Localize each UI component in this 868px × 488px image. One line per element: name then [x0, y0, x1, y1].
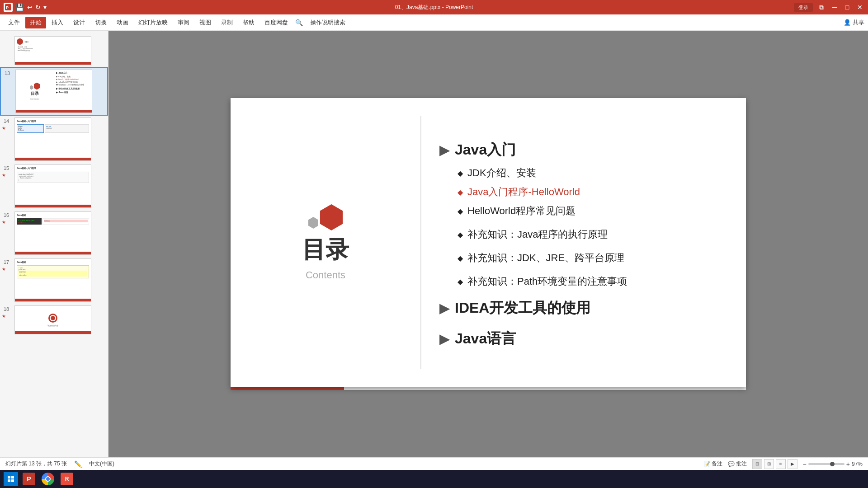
svg-rect-5	[11, 479, 14, 482]
menu-help[interactable]: 帮助	[238, 17, 259, 28]
bullet-text-5: 补充知识：JDK、JRE、跨平台原理	[467, 251, 624, 265]
menu-file[interactable]: 文件	[4, 17, 24, 28]
slide-canvas[interactable]: 目录 Contents ▶ Java入门 ◆ JDK介绍、安装 ◆	[231, 98, 746, 387]
quick-undo[interactable]: ↩	[27, 4, 33, 11]
menu-baidu[interactable]: 百度网盘	[260, 17, 292, 28]
comment-icon: 💬	[728, 461, 735, 467]
comments-button[interactable]: 💬 批注	[728, 460, 747, 468]
powerpoint-icon: P	[4, 3, 13, 12]
zoom-in-button[interactable]: +	[846, 460, 850, 468]
section-java-lang: ▶ Java语言	[439, 329, 728, 349]
title-bar-left: P 💾 ↩ ↻ ▾	[4, 3, 47, 12]
section-java-intro: ▶ Java入门	[439, 140, 728, 160]
slide-sorter-button[interactable]: ⊞	[764, 459, 774, 469]
svg-rect-2	[8, 476, 10, 479]
diamond-icon-6: ◆	[458, 277, 463, 286]
notes-button[interactable]: 📝 备注	[703, 460, 722, 468]
slide-num-18: 18	[4, 305, 12, 312]
diamond-icon-5: ◆	[458, 254, 463, 263]
bullet-text-4: 补充知识：Java程序的执行原理	[467, 228, 608, 241]
menu-slideshow[interactable]: 幻灯片放映	[134, 17, 172, 28]
taskbar-chrome[interactable]	[40, 471, 56, 487]
slide-thumb-12[interactable]: ●●● • Java设置、安装 • Java入门程序-HelloWorld • …	[0, 34, 108, 67]
language-indicator: 中文(中国)	[89, 460, 114, 468]
taskbar-powerpoint[interactable]: P	[21, 471, 37, 487]
svg-rect-3	[11, 476, 14, 479]
slide-thumb-14[interactable]: 14 ★ Java基础·入门程序 EclipseIntelliJNetBeans…	[0, 116, 108, 163]
person-icon: 👤	[844, 19, 851, 26]
title-bar-controls: 登录 ⧉ ─ □ ✕	[794, 3, 864, 12]
restore-button[interactable]: □	[843, 3, 852, 12]
progress-fill	[231, 387, 344, 390]
menu-search[interactable]: 操作说明搜索	[306, 17, 350, 28]
close-button[interactable]: ✕	[855, 3, 864, 12]
menu-view[interactable]: 视图	[195, 17, 216, 28]
logo-icon	[308, 204, 343, 230]
quick-redo[interactable]: ↻	[35, 4, 41, 11]
status-bar: 幻灯片第 13 张，共 75 张 ✏️ 中文(中国) 📝 备注 💬 批注 ⊟ ⊞…	[0, 457, 868, 470]
hex-small	[308, 217, 318, 229]
share-button[interactable]: 👤 共享	[844, 19, 864, 27]
zoom-level[interactable]: 97%	[852, 461, 863, 467]
menu-home[interactable]: 开始	[25, 17, 46, 28]
normal-view-button[interactable]: ⊟	[752, 459, 762, 469]
section-idea: ▶ IDEA开发工具的使用	[439, 298, 728, 318]
slide-star-14: ★	[2, 126, 6, 131]
menu-insert[interactable]: 插入	[47, 17, 68, 28]
slide-thumb-16[interactable]: 16 ★ Java基础 C:\>javac Hello.java 错误提示...…	[0, 210, 108, 257]
bullet-text-2: Java入门程序-HelloWorld	[467, 185, 580, 199]
slide-thumb-17[interactable]: 17 ★ Java基础 // 注释 public class... 关键代码行 …	[0, 257, 108, 304]
logo-title-en: Contents	[306, 269, 345, 281]
slide-panel: ●●● • Java设置、安装 • Java入门程序-HelloWorld • …	[0, 31, 108, 457]
taskbar-app3[interactable]: R	[59, 471, 75, 487]
menu-bar: 文件 开始 插入 设计 切换 动画 幻灯片放映 审阅 视图 录制 帮助 百度网盘…	[0, 14, 868, 31]
slide-progress-bar	[231, 387, 746, 390]
zoom-controls: − + 97%	[803, 460, 863, 468]
slide-star-18: ★	[2, 314, 6, 319]
menu-record[interactable]: 录制	[217, 17, 237, 28]
restore-down-icon[interactable]: ⧉	[816, 4, 826, 11]
slide-num-15: 15	[4, 164, 12, 171]
presenter-view-button[interactable]: ▶	[788, 459, 797, 469]
slide-star-15: ★	[2, 173, 6, 178]
editor-area: 目录 Contents ▶ Java入门 ◆ JDK介绍、安装 ◆	[108, 31, 868, 457]
notes-icon: 📝	[703, 461, 710, 467]
reading-view-button[interactable]: ≡	[776, 459, 786, 469]
svg-rect-4	[8, 479, 10, 482]
slide-num-12	[4, 36, 12, 37]
menu-design[interactable]: 设计	[69, 17, 90, 28]
zoom-slider[interactable]	[808, 463, 844, 465]
slide-star-16: ★	[2, 220, 6, 225]
quick-save[interactable]: 💾	[15, 3, 24, 12]
bullet-helloworld: ◆ Java入门程序-HelloWorld	[458, 185, 728, 199]
slide-preview-18: 补充知识内容	[14, 305, 91, 334]
title-text: 01、Java基础.pptx - PowerPoint	[395, 4, 473, 10]
quick-customize[interactable]: ▾	[43, 4, 47, 11]
slide-preview-16: Java基础 C:\>javac Hello.java 错误提示... 错误信息	[14, 211, 91, 255]
taskbar: P R	[0, 470, 868, 488]
comments-label: 批注	[736, 460, 747, 468]
slide-thumb-18[interactable]: 18 ★ 补充知识内容	[0, 304, 108, 336]
bullet-text-6: 补充知识：Path环境变量的注意事项	[467, 275, 627, 288]
section-title-3: Java语言	[455, 329, 516, 349]
search-icon: 🔍	[293, 19, 305, 26]
slide-info: 幻灯片第 13 张，共 75 张	[5, 460, 67, 468]
login-button[interactable]: 登录	[794, 3, 813, 12]
slide-thumb-13[interactable]: 13 目录 Contents ▶ Java入门 ◆ JDK介绍、安装	[0, 67, 108, 116]
main-area: ●●● • Java设置、安装 • Java入门程序-HelloWorld • …	[0, 31, 868, 457]
slide-preview-13: 目录 Contents ▶ Java入门 ◆ JDK介绍、安装 ◆ Java入门…	[15, 70, 92, 113]
start-button[interactable]	[4, 472, 18, 486]
minimize-button[interactable]: ─	[830, 3, 839, 12]
zoom-out-button[interactable]: −	[803, 460, 807, 468]
bullet-exec-principle: ◆ 补充知识：Java程序的执行原理	[458, 228, 728, 241]
slide-preview-15: Java基础·入门程序 public class HelloWorld { pu…	[14, 164, 91, 208]
slide-preview-14: Java基础·入门程序 EclipseIntelliJNetBeans ■■■ …	[14, 117, 91, 161]
section-title-2: IDEA开发工具的使用	[455, 298, 590, 318]
menu-transition[interactable]: 切换	[90, 17, 111, 28]
slide-thumb-15[interactable]: 15 ★ Java基础·入门程序 public class HelloWorld…	[0, 163, 108, 210]
menu-animation[interactable]: 动画	[112, 17, 133, 28]
window-title: 01、Java基础.pptx - PowerPoint	[395, 4, 473, 11]
menu-review[interactable]: 审阅	[173, 17, 194, 28]
arrow-icon-2: ▶	[439, 301, 449, 316]
share-label: 共享	[853, 19, 864, 27]
